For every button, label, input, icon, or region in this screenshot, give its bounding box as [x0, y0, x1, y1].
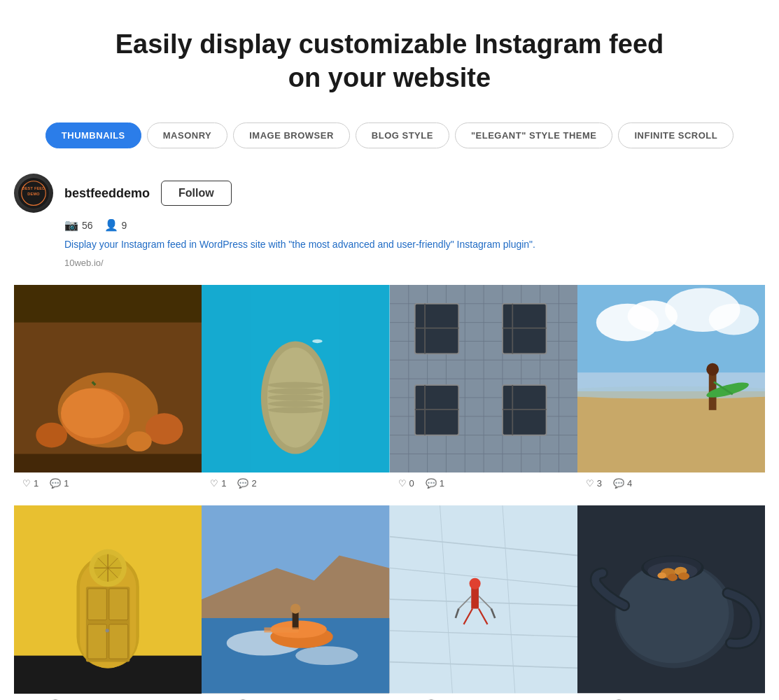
like-stat-3: 0	[398, 478, 414, 489]
profile-bio: Display your Instagram feed in WordPress…	[64, 237, 765, 252]
svg-rect-66	[577, 391, 765, 472]
svg-point-81	[106, 629, 109, 632]
heart-icon-3	[398, 478, 407, 489]
svg-rect-14	[14, 454, 202, 472]
svg-rect-59	[502, 409, 546, 410]
svg-rect-108	[471, 587, 479, 608]
svg-text:DEMO: DEMO	[27, 192, 40, 196]
svg-rect-96	[293, 612, 299, 629]
heart-icon-4	[586, 478, 594, 489]
svg-rect-98	[265, 628, 299, 633]
follow-button[interactable]: Follow	[161, 181, 232, 206]
svg-rect-80	[109, 624, 128, 659]
grid-image-6	[202, 505, 389, 693]
svg-point-125	[657, 573, 666, 579]
svg-point-93	[295, 646, 358, 665]
svg-point-124	[668, 574, 678, 582]
comments-count-3: 1	[440, 478, 444, 489]
svg-point-97	[290, 604, 300, 614]
svg-rect-77	[88, 589, 107, 620]
like-stat-4: 3	[586, 478, 602, 489]
grid-item-4[interactable]: 3 💬 4	[577, 285, 765, 494]
svg-point-11	[36, 423, 67, 448]
tabs-container: THUMBNAILS MASONRY IMAGE BROWSER BLOG ST…	[14, 122, 765, 148]
tab-infinite-scroll[interactable]: INFINITE SCROLL	[618, 122, 734, 148]
heart-icon-2	[210, 478, 218, 489]
svg-point-126	[678, 573, 689, 580]
svg-point-109	[469, 578, 480, 589]
hero-title: Easily display customizable Instagram fe…	[14, 28, 765, 94]
grid-row-1: 1 💬 1	[14, 285, 765, 494]
grid-image-8	[577, 505, 765, 693]
svg-rect-51	[502, 304, 546, 354]
likes-count-2: 1	[221, 478, 226, 489]
grid-row-2: 0 💬 4	[14, 505, 765, 700]
grid-item-7[interactable]: 0 💬 0	[390, 505, 577, 700]
heart-icon-1	[22, 478, 31, 489]
comment-stat-4: 💬 4	[613, 478, 632, 489]
like-stat-1: 1	[22, 478, 38, 489]
photos-count: 56	[82, 220, 93, 231]
svg-rect-52	[512, 304, 513, 354]
profile-link[interactable]: 10web.io/	[64, 258, 765, 268]
svg-rect-48	[414, 304, 458, 354]
grid-item-8[interactable]: 0 💬 0	[577, 505, 765, 700]
comments-count-4: 4	[627, 478, 632, 489]
comment-icon-1: 💬	[50, 478, 61, 489]
comment-icon-2: 💬	[237, 478, 248, 489]
profile-stats: 📷 56 👤 9	[64, 218, 765, 232]
svg-point-8	[61, 388, 123, 439]
grid-item-6[interactable]: 1 💬 1	[202, 505, 389, 700]
tab-masonry[interactable]: MASONRY	[147, 122, 227, 148]
svg-rect-27	[202, 285, 389, 472]
comments-count-2: 2	[251, 478, 256, 489]
profile-username: bestfeeddemo	[64, 186, 150, 201]
comment-icon-3: 💬	[426, 478, 437, 489]
svg-rect-78	[109, 589, 128, 620]
svg-rect-49	[424, 304, 426, 354]
grid-image-1	[14, 285, 202, 472]
tab-thumbnails[interactable]: THUMBNAILS	[45, 122, 141, 148]
comment-stat-2: 💬 2	[237, 478, 256, 489]
likes-count-4: 3	[597, 478, 602, 489]
camera-icon: 📷	[64, 218, 78, 232]
svg-point-65	[709, 304, 759, 335]
grid-image-3	[390, 285, 577, 472]
svg-rect-56	[414, 409, 458, 410]
comment-icon-4: 💬	[613, 478, 624, 489]
svg-point-12	[127, 431, 152, 451]
grid-item-3[interactable]: 0 💬 1	[390, 285, 577, 494]
comments-count-1: 1	[64, 478, 69, 489]
followers-icon: 👤	[104, 218, 118, 232]
grid-item-2[interactable]: 1 💬 2	[202, 285, 389, 494]
grid-item-1[interactable]: 1 💬 1	[14, 285, 202, 494]
svg-text:BEST FEED: BEST FEED	[22, 186, 45, 190]
avatar: BEST FEED DEMO	[14, 174, 53, 213]
grid-image-4	[577, 285, 765, 472]
svg-rect-13	[14, 285, 202, 323]
svg-rect-50	[414, 328, 458, 329]
image-grid: 1 💬 1	[14, 285, 765, 700]
svg-rect-79	[88, 624, 107, 659]
tab-blog-style[interactable]: BLOG STYLE	[356, 122, 449, 148]
likes-count-1: 1	[34, 478, 38, 489]
grid-image-2	[202, 285, 389, 472]
comment-stat-3: 💬 1	[426, 478, 444, 489]
tab-image-browser[interactable]: IMAGE BROWSER	[233, 122, 350, 148]
comment-stat-1: 💬 1	[50, 478, 69, 489]
like-stat-2: 1	[210, 478, 226, 489]
grid-item-5[interactable]: 0 💬 4	[14, 505, 202, 700]
likes-count-3: 0	[409, 478, 414, 489]
tab-elegant-style[interactable]: "ELEGANT" STYLE THEME	[455, 122, 613, 148]
grid-image-5	[14, 505, 202, 693]
followers-count: 9	[122, 220, 127, 231]
grid-image-7	[390, 505, 577, 693]
profile-section: BEST FEED DEMO bestfeeddemo Follow 📷 56 …	[14, 174, 765, 268]
svg-rect-53	[502, 328, 546, 329]
svg-point-69	[706, 363, 719, 376]
